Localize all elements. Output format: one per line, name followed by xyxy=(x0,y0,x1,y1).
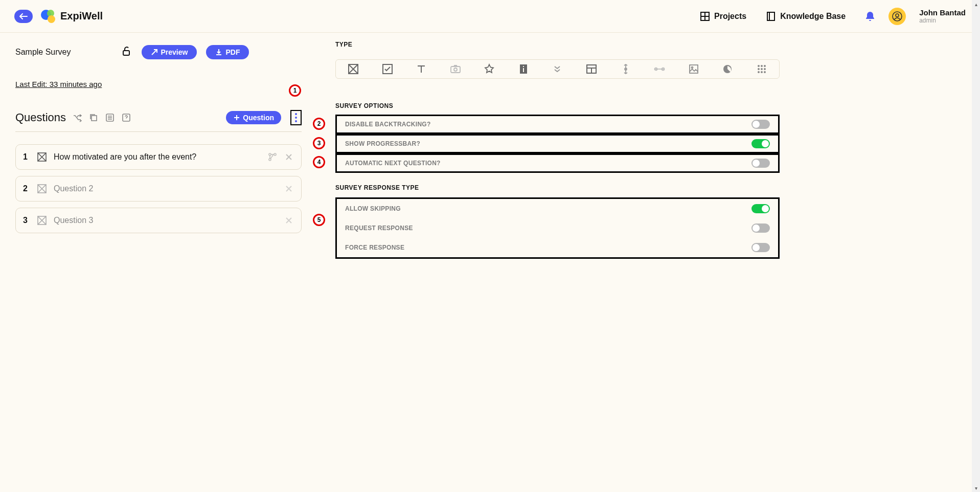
pdf-button[interactable]: PDF xyxy=(206,45,249,59)
add-question-label: Question xyxy=(243,114,274,122)
svg-point-9 xyxy=(295,117,297,119)
branch-icon xyxy=(268,152,277,162)
preview-button[interactable]: Preview xyxy=(142,45,197,59)
user-avatar[interactable] xyxy=(888,8,906,25)
question-text: How motivated are you after the event? xyxy=(54,152,261,162)
svg-rect-23 xyxy=(523,68,524,72)
add-question-button[interactable]: Question xyxy=(226,111,281,124)
left-panel: Sample Survey Preview PDF Last Edit: 33 … xyxy=(0,41,317,259)
top-bar: ExpiWell Projects Knowledge Base John Ba… xyxy=(0,0,980,33)
survey-title: Sample Survey xyxy=(15,48,71,57)
brand-logo[interactable]: ExpiWell xyxy=(40,9,103,24)
shuffle-icon xyxy=(73,113,82,122)
toggle-auto-next[interactable] xyxy=(751,159,770,168)
kebab-icon xyxy=(295,113,297,122)
copy-button[interactable] xyxy=(88,113,99,123)
questions-more-button[interactable] xyxy=(290,110,302,125)
image-icon xyxy=(689,64,699,74)
vertical-scrollbar[interactable]: ▴ ▾ xyxy=(972,0,980,492)
type-photo-button[interactable] xyxy=(449,63,462,75)
toggle-allow-skipping[interactable] xyxy=(751,204,770,213)
svg-point-13 xyxy=(269,159,271,161)
question-delete-button[interactable] xyxy=(284,184,294,194)
svg-point-20 xyxy=(454,68,457,71)
brand-mark-icon xyxy=(40,9,55,24)
nav-knowledge-base[interactable]: Knowledge Base xyxy=(760,7,852,26)
check-square-icon xyxy=(382,63,393,75)
help-icon xyxy=(122,113,131,122)
layout-icon xyxy=(586,63,597,75)
main-content: Sample Survey Preview PDF Last Edit: 33 … xyxy=(0,33,795,259)
toggle-disable-backtracking[interactable] xyxy=(751,120,770,129)
option-auto-next: AUTOMATIC NEXT QUESTION? xyxy=(335,153,780,173)
type-slider-v-button[interactable] xyxy=(620,63,632,75)
type-multichoice-button[interactable] xyxy=(347,63,359,75)
star-icon xyxy=(484,63,495,75)
question-row[interactable]: 2 Question 2 xyxy=(15,176,302,202)
toggle-request-response[interactable] xyxy=(751,223,770,233)
question-row[interactable]: 3 Question 3 xyxy=(15,208,302,233)
type-toolbar xyxy=(335,59,780,79)
svg-point-37 xyxy=(758,71,760,73)
type-rating-button[interactable] xyxy=(483,63,495,75)
slider-horizontal-icon xyxy=(653,65,666,73)
help-button[interactable] xyxy=(121,113,131,123)
svg-rect-19 xyxy=(451,66,460,73)
question-delete-button[interactable] xyxy=(284,215,294,226)
toggle-force-response[interactable] xyxy=(751,243,770,252)
type-grid-button[interactable] xyxy=(756,63,768,75)
svg-point-14 xyxy=(274,153,276,155)
user-name: John Bantad xyxy=(919,8,966,17)
option-allow-skipping: ALLOW SKIPPING xyxy=(337,199,778,218)
info-icon xyxy=(518,64,529,74)
scroll-up-button[interactable]: ▴ xyxy=(972,0,980,8)
nav-projects[interactable]: Projects xyxy=(694,7,753,26)
option-label: ALLOW SKIPPING xyxy=(345,205,401,212)
right-panel: TYPE SURVEY OPTIONS DISABLE BACKTRACKING… xyxy=(317,41,795,259)
back-button[interactable] xyxy=(14,10,33,23)
lock-icon[interactable] xyxy=(121,46,132,59)
svg-rect-4 xyxy=(123,51,129,55)
svg-point-29 xyxy=(691,67,693,69)
type-slider-h-button[interactable] xyxy=(653,63,666,75)
user-info: John Bantad admin xyxy=(919,8,966,24)
scroll-down-button[interactable]: ▾ xyxy=(972,484,980,492)
question-text: Question 2 xyxy=(54,184,278,193)
close-icon xyxy=(285,153,292,161)
type-dropdown-button[interactable] xyxy=(551,63,563,75)
survey-options-section: SURVEY OPTIONS DISABLE BACKTRACKING? SHO… xyxy=(335,102,780,173)
type-time-button[interactable] xyxy=(721,63,734,75)
option-show-progressbar: SHOW PROGRESSBAR? xyxy=(335,134,780,153)
callout-5: 5 xyxy=(313,214,325,226)
notifications-button[interactable] xyxy=(864,10,876,23)
shuffle-button[interactable] xyxy=(72,113,82,123)
preview-label: Preview xyxy=(161,48,188,56)
callout-3: 3 xyxy=(313,137,325,149)
type-layout-button[interactable] xyxy=(585,63,598,75)
svg-point-34 xyxy=(758,68,760,70)
survey-options-label: SURVEY OPTIONS xyxy=(335,102,780,109)
brand-name: ExpiWell xyxy=(60,10,103,22)
question-type-icon xyxy=(36,151,48,163)
grid-dots-icon xyxy=(757,64,767,74)
question-delete-button[interactable] xyxy=(284,152,294,162)
type-info-button[interactable] xyxy=(517,63,530,75)
svg-rect-22 xyxy=(523,66,524,67)
last-edit-text[interactable]: Last Edit: 33 minutes ago xyxy=(15,80,302,88)
list-button[interactable] xyxy=(105,113,115,123)
type-text-button[interactable] xyxy=(415,63,427,75)
question-branch-button[interactable] xyxy=(267,152,278,162)
svg-point-36 xyxy=(764,68,766,70)
type-checkbox-button[interactable] xyxy=(381,63,394,75)
close-icon xyxy=(285,217,292,224)
callout-1: 1 xyxy=(289,84,301,97)
pdf-label: PDF xyxy=(225,48,240,56)
svg-point-10 xyxy=(295,120,297,122)
type-image-button[interactable] xyxy=(688,63,700,75)
response-type-box: ALLOW SKIPPING REQUEST RESPONSE FORCE RE… xyxy=(335,197,780,259)
book-icon xyxy=(766,11,776,21)
question-row[interactable]: 1 How motivated are you after the event? xyxy=(15,144,302,170)
chevron-double-down-icon xyxy=(553,64,562,74)
toggle-show-progressbar[interactable] xyxy=(751,139,770,148)
nav-kb-label: Knowledge Base xyxy=(780,12,846,21)
